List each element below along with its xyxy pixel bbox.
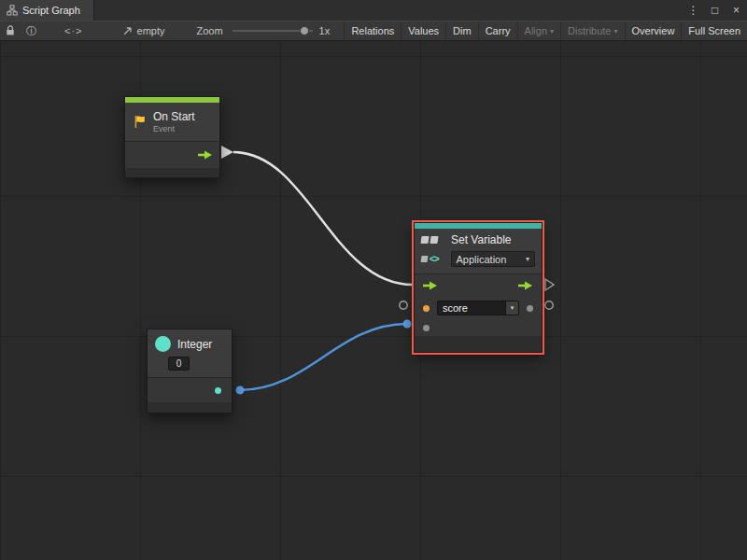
integer-output-wire-dot[interactable] bbox=[236, 386, 245, 395]
node-footer bbox=[148, 402, 232, 413]
script-graph-window: Script Graph ⋮ □ × ⓘ <·> empty Zoom 1x bbox=[0, 0, 747, 560]
tab-script-graph[interactable]: Script Graph bbox=[0, 0, 94, 21]
integer-output-port[interactable] bbox=[215, 387, 221, 394]
flow-output-arrow-icon[interactable] bbox=[518, 281, 533, 290]
relations-button[interactable]: Relations bbox=[344, 21, 401, 40]
node-set-variable[interactable]: Set Variable <> Application ▾ bbox=[414, 222, 543, 353]
toolbar-button-strip: Relations Values Dim Carry Align ▾ Distr… bbox=[344, 21, 747, 40]
integer-value: 0 bbox=[176, 358, 182, 369]
empty-label: empty bbox=[137, 25, 165, 36]
on-start-port-row bbox=[125, 142, 219, 168]
set-variable-title: Set Variable bbox=[451, 233, 511, 246]
window-maximize-button[interactable]: □ bbox=[707, 0, 723, 21]
variable-kind-icon: <> bbox=[421, 254, 445, 264]
setvariable-flow-output-port[interactable] bbox=[545, 279, 554, 290]
set-variable-name-row: score ▾ bbox=[415, 297, 542, 319]
set-variable-value-row bbox=[415, 319, 542, 336]
node-integer[interactable]: Integer 0 bbox=[147, 329, 233, 413]
on-start-subtitle: Event bbox=[153, 124, 195, 133]
output-value-port-dot[interactable] bbox=[527, 305, 533, 312]
caret-down-icon: ▾ bbox=[550, 27, 554, 35]
value-wire-integer-to-setvariable[interactable] bbox=[240, 324, 407, 390]
overview-button[interactable]: Overview bbox=[625, 21, 682, 40]
wire-layer bbox=[0, 41, 747, 560]
lock-icon bbox=[6, 25, 15, 36]
zoom-slider[interactable] bbox=[233, 26, 313, 35]
variable-name-port[interactable] bbox=[423, 305, 430, 312]
node-footer bbox=[415, 336, 542, 352]
variable-name-field[interactable]: score ▾ bbox=[437, 301, 519, 315]
variable-scope-value: Application bbox=[457, 254, 507, 265]
flow-input-arrow-icon[interactable] bbox=[423, 281, 438, 290]
onstart-flow-output-arrow[interactable] bbox=[221, 146, 233, 159]
info-button[interactable]: ⓘ bbox=[21, 21, 42, 40]
variable-name-value: score bbox=[438, 302, 505, 314]
value-input-port-dot[interactable] bbox=[423, 325, 430, 331]
values-button[interactable]: Values bbox=[401, 21, 445, 40]
title-bar: Script Graph ⋮ □ × bbox=[0, 0, 747, 21]
on-start-header[interactable]: On Start Event bbox=[125, 103, 219, 141]
titlebar-drag-area[interactable] bbox=[94, 0, 683, 21]
setvariable-name-input-port[interactable] bbox=[400, 301, 407, 309]
fullscreen-button[interactable]: Full Screen bbox=[681, 21, 747, 40]
variables-stack-icon bbox=[421, 236, 445, 244]
zoom-label: Zoom bbox=[196, 25, 222, 36]
flow-wire-onstart-to-setvariable[interactable] bbox=[233, 152, 413, 285]
flow-output-arrow-icon[interactable] bbox=[198, 150, 213, 160]
set-variable-header[interactable]: Set Variable <> Application ▾ bbox=[415, 229, 542, 273]
node-on-start[interactable]: On Start Event bbox=[124, 96, 220, 178]
zoom-slider-handle[interactable] bbox=[300, 26, 309, 35]
variable-scope-dropdown[interactable]: Application ▾ bbox=[451, 251, 535, 267]
dim-button[interactable]: Dim bbox=[445, 21, 478, 40]
tab-title: Script Graph bbox=[22, 5, 80, 16]
node-footer bbox=[125, 168, 219, 177]
code-preview-button[interactable]: <·> bbox=[59, 21, 89, 40]
carry-button[interactable]: Carry bbox=[478, 21, 517, 40]
variable-name-dropdown-button[interactable]: ▾ bbox=[505, 301, 518, 315]
script-graph-icon bbox=[7, 5, 18, 16]
graph-toolbar: ⓘ <·> empty Zoom 1x Relations Values Dim bbox=[0, 21, 747, 41]
integer-port-row bbox=[148, 378, 232, 402]
align-dropdown-button[interactable]: Align ▾ bbox=[517, 21, 560, 40]
set-variable-flow-row bbox=[415, 274, 542, 297]
setvariable-value-input-wire-dot[interactable] bbox=[403, 320, 412, 329]
distribute-dropdown-button[interactable]: Distribute ▾ bbox=[560, 21, 624, 40]
zoom-value: 1x bbox=[319, 25, 331, 36]
angle-brackets-icon: <> bbox=[430, 254, 439, 264]
window-menu-button[interactable]: ⋮ bbox=[685, 0, 701, 21]
setvariable-output-value-port[interactable] bbox=[545, 301, 553, 309]
flag-icon bbox=[133, 115, 147, 129]
integer-type-icon bbox=[155, 336, 171, 352]
graph-canvas[interactable]: On Start Event Set Var bbox=[0, 41, 747, 560]
graph-source-indicator[interactable]: empty bbox=[122, 25, 165, 36]
empty-graph-icon bbox=[122, 25, 134, 36]
integer-header[interactable]: Integer 0 bbox=[148, 329, 232, 377]
lock-button[interactable] bbox=[0, 21, 21, 40]
integer-title: Integer bbox=[177, 338, 212, 351]
caret-down-icon: ▾ bbox=[511, 304, 514, 312]
integer-value-input[interactable]: 0 bbox=[168, 357, 190, 371]
caret-down-icon: ▾ bbox=[614, 27, 618, 35]
window-close-button[interactable]: × bbox=[728, 0, 744, 21]
on-start-title: On Start bbox=[153, 110, 195, 123]
caret-down-icon: ▾ bbox=[526, 255, 529, 263]
